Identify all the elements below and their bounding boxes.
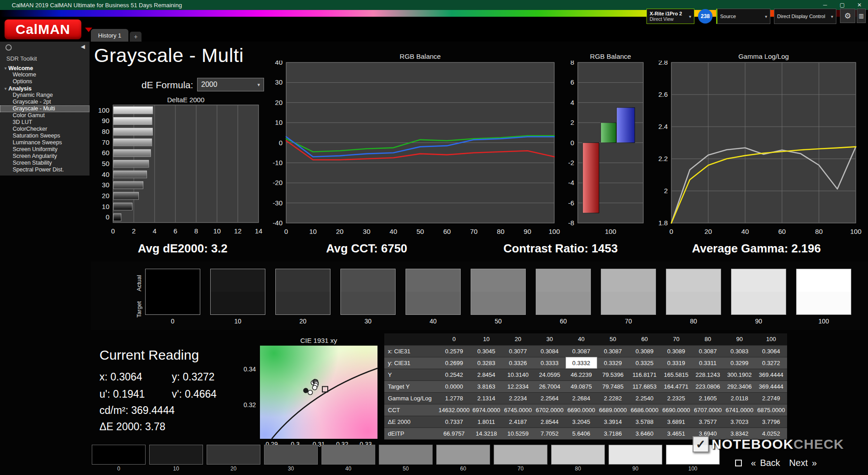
bottom-patch-70: 70: [494, 445, 547, 472]
meter-selector[interactable]: X-Rite i1Pro 2 Direct View ▾: [646, 9, 694, 24]
y-tick-label: -4: [568, 179, 574, 186]
rgb-balance-line-chart: 403020100-10-20-30-400102030405060708090…: [260, 61, 563, 237]
table-row-gamma-log-log: Gamma Log/Log1.27782.13142.22342.25642.2…: [384, 392, 787, 404]
display-control-selector[interactable]: Direct Display Control ▾: [774, 9, 836, 24]
meter-reading-badge[interactable]: 238: [698, 9, 712, 24]
table-cell: 1.8011: [471, 416, 502, 428]
table-cell: 3.2045: [566, 416, 597, 428]
table-corner-cell: [384, 333, 438, 345]
calman-logo-button[interactable]: CalMAN: [5, 19, 81, 39]
source-selector[interactable]: Source ▾: [716, 9, 770, 24]
x-tick-label: 20: [336, 228, 344, 235]
sidebar-item-screen-stability[interactable]: Screen Stability: [0, 160, 90, 166]
grayscale-patch-70: 70: [601, 269, 656, 325]
table-cell: 2.2282: [597, 392, 629, 404]
actual-patch: [276, 269, 330, 292]
highlighted-cell[interactable]: 0.3332: [566, 357, 597, 369]
y-tick-label: 20: [102, 192, 109, 200]
stop-icon[interactable]: [735, 460, 742, 466]
gamma-line-chart: 2.82.62.42.221.8020406080100: [645, 61, 862, 237]
grayscale-patch-40: 40: [406, 269, 461, 325]
table-column-header: 90: [724, 333, 755, 345]
sidebar-item-luminance-sweeps[interactable]: Luminance Sweeps: [0, 139, 90, 146]
table-cell: 49.0875: [566, 380, 597, 392]
sidebar-item-grayscale-multi[interactable]: Grayscale - Multi: [0, 105, 90, 112]
cie-overlay: [260, 346, 377, 439]
table-cell: 26.7004: [534, 380, 566, 392]
swatch-level-label: 0: [145, 318, 200, 325]
y-tick-label: -8: [568, 219, 574, 227]
table-cell: 6741.0000: [724, 404, 755, 416]
measured-point: [303, 388, 308, 393]
table-cell: 6974.0000: [471, 404, 502, 416]
sidebar-collapse-button[interactable]: ◀: [81, 43, 85, 50]
tab-history-1[interactable]: History 1: [91, 29, 128, 42]
settings-gear-button[interactable]: ⚙: [840, 9, 855, 23]
y-tick-label: -30: [273, 199, 283, 207]
sidebar-item-3d-lut[interactable]: 3D LUT: [0, 119, 90, 126]
actual-patch: [406, 269, 460, 292]
table-cell: 0.2699: [438, 357, 471, 369]
next-button[interactable]: Next »: [789, 458, 817, 468]
page-title: Grayscale - Multi: [94, 44, 244, 66]
de-formula-dropdown[interactable]: 2000 ▾: [197, 78, 264, 91]
sidebar-section-analysis[interactable]: ▾Analysis: [0, 85, 90, 92]
table-cell: 228.1243: [692, 369, 724, 380]
sidebar-item-saturation-sweeps[interactable]: Saturation Sweeps: [0, 133, 90, 139]
table-cell: 3.7577: [692, 416, 724, 428]
sidebar-item-grayscale-2pt[interactable]: Grayscale - 2pt: [0, 99, 90, 105]
table-cell: 292.3406: [724, 380, 755, 392]
table-cell: 6875.0000: [755, 404, 787, 416]
table-cell: 2.8454: [471, 369, 502, 380]
table-cell: 3.7023: [724, 416, 755, 428]
y-tick-label: 80: [102, 128, 109, 135]
table-cell: 2.2540: [629, 392, 660, 404]
new-tab-button[interactable]: +: [130, 32, 142, 42]
x-tick-label: 0: [670, 228, 673, 235]
table-cell: 6707.0000: [692, 404, 724, 416]
session-indicator-icon[interactable]: [5, 44, 12, 51]
table-cell: 6745.0000: [502, 404, 534, 416]
cie-1931-chart: [260, 346, 377, 439]
bottom-patch-label: 50: [379, 466, 433, 472]
sidebar-item-colorchecker[interactable]: ColorChecker: [0, 126, 90, 133]
row-label: Target Y: [384, 380, 438, 392]
row-label: ΔE 2000: [384, 416, 438, 428]
x-tick-label: 40: [390, 228, 397, 235]
sidebar-item-screen-uniformity[interactable]: Screen Uniformity: [0, 146, 90, 153]
table-cell: 0.3064: [755, 345, 787, 357]
y-tick-label: 0: [106, 213, 109, 221]
sidebar-item-options[interactable]: Options: [0, 78, 90, 85]
table-cell: 79.7485: [597, 380, 629, 392]
sidebar-section-welcome[interactable]: ▾Welcome: [0, 65, 90, 71]
table-column-header: 70: [660, 333, 692, 345]
table-cell: 1.2778: [438, 392, 471, 404]
sidebar-item-spectral-power-dist[interactable]: Spectral Power Dist.: [0, 166, 90, 173]
table-cell: 2.2684: [566, 392, 597, 404]
sidebar-item-welcome[interactable]: Welcome: [0, 71, 90, 78]
back-button[interactable]: « Back: [751, 458, 780, 468]
bottom-patch-label: 80: [551, 466, 605, 472]
row-label: Gamma Log/Log: [384, 392, 438, 404]
calman-window: CalMAN 2019 CalMAN Ultimate for Business…: [0, 0, 868, 475]
sidebar-item-color-gamut[interactable]: Color Gamut: [0, 112, 90, 119]
x-tick-label: 4: [153, 227, 156, 235]
table-row-target-y: Target Y0.00003.816312.233426.700449.087…: [384, 380, 787, 392]
back-chevron-icon: «: [751, 458, 756, 468]
target-patch: [341, 292, 395, 314]
table-cell: 2.8544: [534, 416, 566, 428]
sidebar-item-dynamic-range[interactable]: Dynamic Range: [0, 92, 90, 99]
bottom-patch-label: 10: [149, 466, 203, 472]
bottom-pattern-strip: 0102030405060708090100: [92, 445, 720, 472]
y-tick-label: 60: [102, 149, 109, 157]
x-tick-label: 30: [363, 228, 371, 235]
x-tick-label: 12: [234, 227, 242, 235]
table-cell: 66.9757: [438, 428, 471, 439]
bottom-patch-label: 40: [321, 466, 375, 472]
y-tick-label: 70: [102, 138, 109, 146]
y-tick-label: 40: [102, 171, 109, 178]
layout-button[interactable]: ▥: [857, 9, 866, 23]
y-tick-label: 30: [275, 78, 283, 86]
table-cell: 3.8163: [471, 380, 502, 392]
sidebar-item-screen-angularity[interactable]: Screen Angularity: [0, 153, 90, 160]
